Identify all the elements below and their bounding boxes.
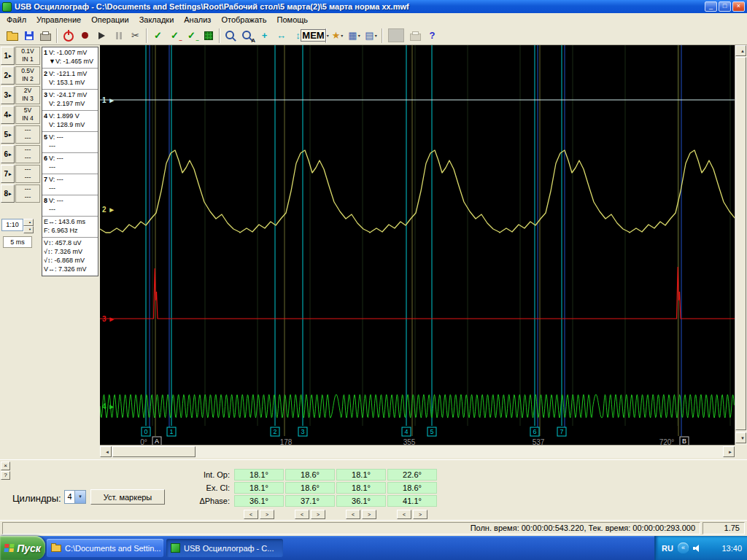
play-button[interactable] bbox=[93, 28, 110, 44]
panel-close-button[interactable]: × bbox=[1, 462, 10, 470]
nav-prev-button-4[interactable]: < bbox=[397, 510, 411, 519]
scroll-left-icon[interactable]: ◄ bbox=[100, 446, 112, 457]
input-name: --- bbox=[16, 174, 39, 182]
scale-value[interactable]: 1:10 bbox=[1, 219, 23, 231]
verify-button[interactable]: ✓ bbox=[150, 28, 166, 44]
view-table-button[interactable]: ▤▾ bbox=[363, 28, 379, 44]
nav-next-button-4[interactable]: > bbox=[413, 510, 427, 519]
dropdown-arrow-icon[interactable]: ▼ bbox=[74, 491, 85, 503]
cut-button[interactable]: ✂ bbox=[127, 28, 144, 44]
panel-help-button[interactable]: ? bbox=[1, 471, 10, 480]
verify-icon: ✓ bbox=[154, 31, 162, 40]
channel-zero-marker-3[interactable]: 3 ► bbox=[102, 315, 115, 323]
channel-1-button[interactable]: 1▸ bbox=[1, 47, 15, 65]
channel-4-range[interactable]: 5VIN 4 bbox=[15, 106, 40, 124]
vertical-scrollbar[interactable]: ▲ ▼ bbox=[735, 45, 747, 445]
report-star-dropdown-arrow[interactable]: ▾ bbox=[341, 33, 343, 38]
scale-spinner[interactable]: 1:10 ▲ ▼ bbox=[1, 219, 32, 231]
horizontal-scrollbar[interactable]: ◄ ► bbox=[100, 445, 735, 458]
nav-prev-button-2[interactable]: < bbox=[295, 510, 309, 519]
ab-marker-label: A bbox=[155, 438, 159, 445]
timebase-value[interactable]: 5 ms bbox=[3, 236, 32, 248]
volume-icon[interactable] bbox=[693, 545, 701, 552]
taskbar-button-explorer-window[interactable]: C:\Documents and Settin... bbox=[47, 539, 163, 557]
verify-signal-button[interactable]: ✓~ bbox=[166, 28, 183, 44]
zoom-text-button[interactable]: A bbox=[239, 28, 256, 44]
marker-horizontal-button[interactable]: ↔ bbox=[273, 28, 290, 44]
menu-control[interactable]: Управление bbox=[31, 14, 86, 26]
menu-analysis[interactable]: Анализ bbox=[179, 14, 216, 26]
view-grid-dropdown-arrow[interactable]: ▾ bbox=[358, 33, 360, 38]
tray-chevron-button[interactable]: « bbox=[678, 542, 689, 553]
save-button[interactable] bbox=[20, 28, 37, 44]
oscilloscope-plot[interactable]: 01234567AB0°178355537720°1 ►2 ►3 ►4 ► bbox=[100, 45, 735, 445]
view-grid-button[interactable]: ▦▾ bbox=[346, 28, 363, 44]
menu-bookmarks[interactable]: Закладки bbox=[134, 14, 179, 26]
memory-icon: MEM bbox=[301, 29, 325, 42]
power-button[interactable] bbox=[60, 28, 77, 44]
marker-measure-line: √↕: -6.868 mV bbox=[44, 256, 96, 265]
channel-3-button[interactable]: 3▸ bbox=[1, 86, 15, 104]
channel-8-button[interactable]: 8▸ bbox=[1, 184, 15, 203]
maximize-button[interactable]: □ bbox=[719, 1, 731, 12]
menu-help[interactable]: Помощь bbox=[272, 14, 314, 26]
nav-prev-button-1[interactable]: < bbox=[244, 510, 258, 519]
menu-display[interactable]: Отображать bbox=[216, 14, 271, 26]
scroll-right-icon[interactable]: ► bbox=[723, 446, 735, 457]
language-indicator[interactable]: RU bbox=[662, 544, 673, 553]
measure-value1: V: --- bbox=[49, 133, 63, 141]
measure-value1: V: -24.17 mV bbox=[49, 91, 87, 98]
view-table-dropdown-arrow[interactable]: ▾ bbox=[375, 33, 377, 38]
oscilloscope-canvas[interactable]: 01234567AB0°178355537720°1 ►2 ►3 ►4 ► bbox=[100, 45, 735, 445]
chart-green-button[interactable] bbox=[200, 28, 217, 44]
cylinders-select[interactable]: 4 ▼ bbox=[64, 490, 86, 504]
report-star-button[interactable]: ★▾ bbox=[329, 28, 346, 44]
channel-zero-marker-2[interactable]: 2 ► bbox=[102, 206, 115, 214]
memory-button[interactable]: MEM▾ bbox=[306, 28, 323, 44]
channel-7-range[interactable]: ------ bbox=[15, 165, 40, 183]
nav-next-button-1[interactable]: > bbox=[260, 510, 274, 519]
verify-wave-button[interactable]: ✓~ bbox=[183, 28, 200, 44]
measure-channel-number: 6 bbox=[44, 155, 47, 162]
spin-down-icon[interactable]: ▼ bbox=[23, 226, 34, 233]
channel-8-range[interactable]: ------ bbox=[15, 184, 40, 203]
channel-6-button[interactable]: 6▸ bbox=[1, 145, 15, 163]
taskbar-button-oscilloscope-window[interactable]: USB Осциллограф - C... bbox=[166, 539, 283, 557]
channel-zero-marker-4[interactable]: 4 ► bbox=[102, 402, 115, 411]
minimize-button[interactable]: _ bbox=[705, 1, 717, 12]
start-button[interactable]: Пуск bbox=[0, 536, 45, 560]
range-value: --- bbox=[16, 185, 39, 193]
menu-operations[interactable]: Операции bbox=[86, 14, 133, 26]
measure-line1: 4V: 1.899 V bbox=[44, 112, 96, 120]
channel-2-button[interactable]: 2▸ bbox=[1, 66, 15, 85]
print-button[interactable] bbox=[37, 28, 54, 44]
range-value: --- bbox=[16, 126, 39, 134]
help-button[interactable]: ? bbox=[424, 28, 441, 44]
channel-1-range[interactable]: 0.1VIN 1 bbox=[15, 47, 40, 65]
channel-5-button[interactable]: 5▸ bbox=[1, 125, 15, 144]
nav-next-button-2[interactable]: > bbox=[311, 510, 325, 519]
vertical-scroll-thumb[interactable] bbox=[735, 57, 746, 430]
nav-prev-button-3[interactable]: < bbox=[346, 510, 360, 519]
scroll-down-icon[interactable]: ▼ bbox=[735, 432, 746, 443]
close-button[interactable]: × bbox=[732, 1, 745, 12]
channel-3-range[interactable]: 2VIN 3 bbox=[15, 86, 40, 104]
task-label: USB Осциллограф - C... bbox=[184, 544, 274, 553]
phase-row-label: ΔPhase: bbox=[177, 495, 233, 507]
spin-up-icon[interactable]: ▲ bbox=[23, 219, 34, 226]
channel-2-range[interactable]: 0.5VIN 2 bbox=[15, 66, 40, 85]
channel-5-range[interactable]: ------ bbox=[15, 125, 40, 144]
record-button[interactable] bbox=[77, 28, 93, 44]
menu-file[interactable]: Файл bbox=[1, 14, 31, 26]
set-markers-button[interactable]: Уст. маркеры bbox=[90, 489, 165, 505]
scroll-up-icon[interactable]: ▲ bbox=[735, 45, 746, 56]
channel-6-range[interactable]: ------ bbox=[15, 145, 40, 163]
horizontal-scroll-thumb[interactable] bbox=[112, 446, 196, 457]
channel-7-button[interactable]: 7▸ bbox=[1, 165, 15, 183]
open-button[interactable] bbox=[4, 28, 20, 44]
nav-next-button-3[interactable]: > bbox=[362, 510, 376, 519]
channel-4-button[interactable]: 4▸ bbox=[1, 106, 15, 124]
marker-cross-button[interactable]: + bbox=[256, 28, 273, 44]
zoom-button[interactable] bbox=[222, 28, 239, 44]
channel-zero-marker-1[interactable]: 1 ► bbox=[102, 96, 115, 104]
